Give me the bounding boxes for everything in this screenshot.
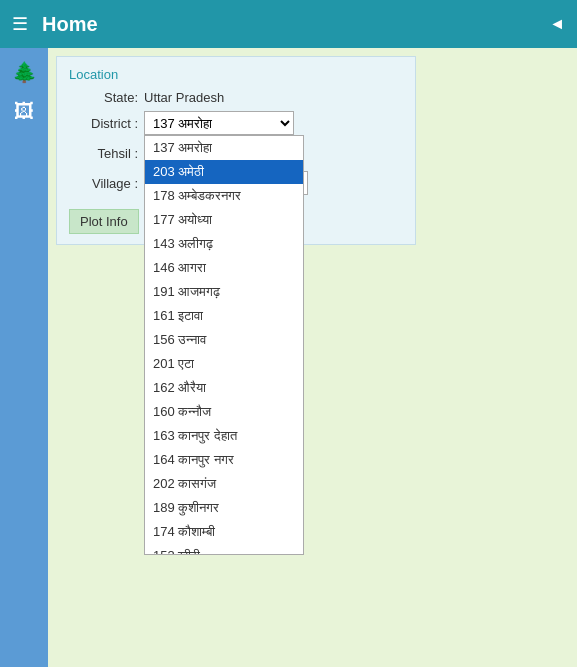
state-row: State: Uttar Pradesh <box>69 90 403 105</box>
dropdown-item[interactable]: 189 कुशीनगर <box>145 496 303 520</box>
panel-title: Location <box>69 67 403 82</box>
dropdown-item[interactable]: 178 अम्बेडकरनगर <box>145 184 303 208</box>
dropdown-item[interactable]: 146 आगरा <box>145 256 303 280</box>
district-dropdown-list[interactable]: 137 अमरोहा203 अमेठी178 अम्बेडकरनगर177 अय… <box>144 135 304 555</box>
collapse-arrow-icon[interactable]: ◄ <box>549 15 565 33</box>
dropdown-item[interactable]: 162 औरैया <box>145 376 303 400</box>
dropdown-item[interactable]: 143 अलीगढ़ <box>145 232 303 256</box>
panel-wrapper: Location State: Uttar Pradesh District :… <box>48 56 577 245</box>
main-layout: 🌲 🖼 Location State: Uttar Pradesh Distri… <box>0 48 577 667</box>
header-left: ☰ Home <box>12 13 98 36</box>
dropdown-item[interactable]: 203 अमेठी <box>145 160 303 184</box>
sidebar: 🌲 🖼 <box>0 48 48 667</box>
dropdown-item[interactable]: 153 खीरी <box>145 544 303 555</box>
app-header: ☰ Home ◄ <box>0 0 577 48</box>
state-value: Uttar Pradesh <box>144 90 224 105</box>
dropdown-item[interactable]: 163 कानपुर देहात <box>145 424 303 448</box>
dropdown-item[interactable]: 202 कासगंज <box>145 472 303 496</box>
village-label: Village : <box>69 176 144 191</box>
main-content: Location State: Uttar Pradesh District :… <box>48 48 577 667</box>
location-panel: Location State: Uttar Pradesh District :… <box>56 56 416 245</box>
dropdown-item[interactable]: 174 कौशाम्बी <box>145 520 303 544</box>
hamburger-icon[interactable]: ☰ <box>12 13 28 35</box>
image-icon[interactable]: 🖼 <box>14 100 34 123</box>
dropdown-item[interactable]: 164 कानपुर नगर <box>145 448 303 472</box>
district-select[interactable]: 137 अमरोहा <box>144 111 294 135</box>
dropdown-item[interactable]: 160 कन्नौज <box>145 400 303 424</box>
dropdown-item[interactable]: 191 आजमगढ़ <box>145 280 303 304</box>
dropdown-item[interactable]: 156 उन्नाव <box>145 328 303 352</box>
district-label: District : <box>69 116 144 131</box>
plot-info-button[interactable]: Plot Info <box>69 209 139 234</box>
dropdown-item[interactable]: 161 इटावा <box>145 304 303 328</box>
district-dropdown-container: 137 अमरोहा 137 अमरोहा203 अमेठी178 अम्बेड… <box>144 111 294 135</box>
dropdown-item[interactable]: 201 एटा <box>145 352 303 376</box>
dropdown-item[interactable]: 177 अयोध्या <box>145 208 303 232</box>
district-row: District : 137 अमरोहा 137 अमरोहा203 अमेठ… <box>69 111 403 135</box>
state-label: State: <box>69 90 144 105</box>
app-title: Home <box>42 13 98 36</box>
dropdown-item[interactable]: 137 अमरोहा <box>145 136 303 160</box>
tehsil-label: Tehsil : <box>69 146 144 161</box>
tree-icon[interactable]: 🌲 <box>12 60 37 84</box>
